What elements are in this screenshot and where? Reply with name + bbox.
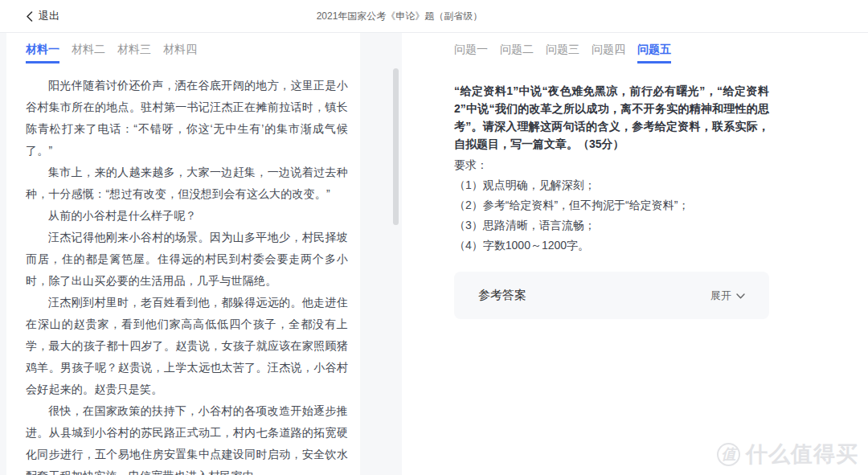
material-text: 阳光伴随着讨价还价声，洒在谷底开阔的地方，这里正是小谷村集市所在的地点。驻村第一…: [6, 63, 358, 475]
material-tab[interactable]: 材料一: [26, 43, 59, 63]
material-tab[interactable]: 材料四: [163, 43, 197, 63]
question-text: “给定资料1”中说“夜色难免黑凉，前行必有曙光”，“给定资料2”中说“我们的改革…: [454, 82, 769, 153]
material-paragraph: 很快，在国家政策的扶持下，小谷村的各项改造开始逐步推进。从县城到小谷村的苏民路正…: [26, 400, 348, 475]
reference-answer-card[interactable]: 参考答案 展开: [454, 272, 769, 319]
question-tab[interactable]: 问题五: [637, 43, 671, 63]
material-tab[interactable]: 材料二: [72, 43, 105, 63]
question-tab[interactable]: 问题四: [592, 43, 625, 63]
materials-panel: 材料一 材料二 材料三 材料四 阳光伴随着讨价还价声，洒在谷底开阔的地方，这里正…: [6, 33, 360, 475]
requirement-line: （3）思路清晰，语言流畅；: [454, 215, 769, 235]
question-tab[interactable]: 问题二: [500, 43, 534, 63]
material-paragraph: 汪杰记得他刚来小谷村的场景。因为山多平地少，村民择坡而居，住的都是篱笆屋。住得远…: [26, 227, 348, 292]
requirement-line: （4）字数1000～1200字。: [454, 235, 769, 256]
reference-answer-label: 参考答案: [478, 288, 526, 303]
material-paragraph: 阳光伴随着讨价还价声，洒在谷底开阔的地方，这里正是小谷村集市所在的地点。驻村第一…: [26, 75, 348, 162]
material-paragraph: 集市上，来的人越来越多，大家一边赶集，一边说着过去种种，十分感慨：“想过有改变，…: [26, 162, 348, 205]
material-paragraph: 从前的小谷村是什么样子呢？: [26, 205, 348, 227]
expand-label: 展开: [710, 289, 731, 303]
material-tab[interactable]: 材料三: [117, 43, 151, 63]
requirement-line: （1）观点明确，见解深刻；: [454, 175, 769, 195]
exam-page: 退出 2021年国家公考《申论》题（副省级） 材料一 材料二 材料三 材料四 阳…: [0, 0, 868, 475]
exit-label: 退出: [39, 9, 59, 23]
questions-tab-bar: 问题一 问题二 问题三 问题四 问题五: [454, 33, 769, 63]
chevron-down-icon: [736, 293, 745, 299]
material-paragraph: 汪杰刚到村里时，老百姓看到他，都躲得远远的。他走进住在深山的赵贵家，看到他们家高…: [26, 292, 348, 400]
questions-panel: 问题一 问题二 问题三 问题四 问题五 “给定资料1”中说“夜色难免黑凉，前行必…: [402, 33, 868, 475]
requirement-line: 要求：: [454, 155, 769, 175]
requirement-line: （2）参考“给定资料”，但不拘泥于“给定资料”；: [454, 195, 769, 215]
exit-button[interactable]: 退出: [26, 0, 59, 32]
chevron-left-icon: [26, 11, 33, 22]
left-panel-scrollbar-thumb[interactable]: [393, 68, 399, 225]
question-tab[interactable]: 问题一: [454, 43, 488, 63]
page-title: 2021年国家公考《申论》题（副省级）: [317, 0, 483, 32]
expand-button[interactable]: 展开: [710, 289, 745, 303]
materials-tab-bar: 材料一 材料二 材料三 材料四: [6, 33, 360, 63]
top-bar: 退出 2021年国家公考《申论》题（副省级）: [0, 0, 868, 33]
question-tab[interactable]: 问题三: [546, 43, 579, 63]
question-requirements: 要求： （1）观点明确，见解深刻； （2）参考“给定资料”，但不拘泥于“给定资料…: [454, 155, 769, 256]
